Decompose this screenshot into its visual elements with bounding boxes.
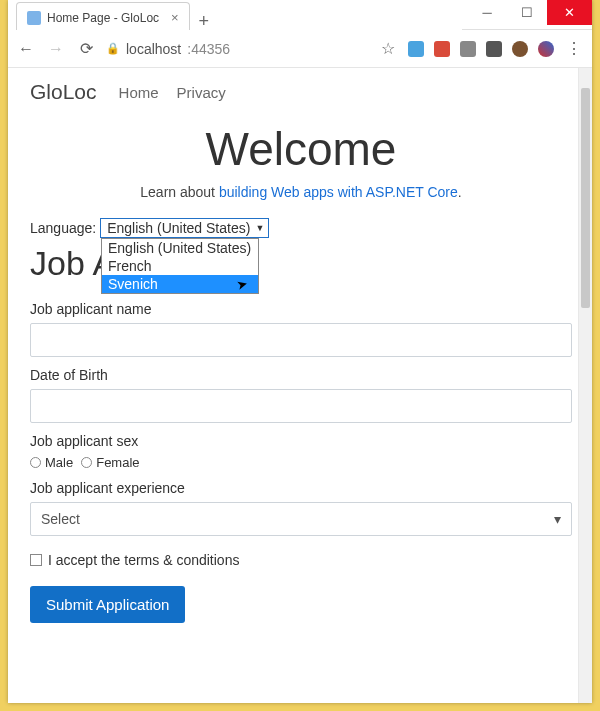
forward-button[interactable]: → bbox=[46, 40, 66, 58]
radio-male-label: Male bbox=[45, 455, 73, 470]
ext-icon-5[interactable] bbox=[512, 41, 528, 57]
star-icon[interactable]: ☆ bbox=[378, 39, 398, 58]
close-window-button[interactable]: ✕ bbox=[547, 0, 592, 25]
terms-row: I accept the terms & conditions bbox=[30, 552, 572, 568]
page-viewport: GloLoc Home Privacy Welcome Learn about … bbox=[8, 68, 592, 703]
language-label: Language: bbox=[30, 220, 96, 236]
page-content: GloLoc Home Privacy Welcome Learn about … bbox=[8, 68, 592, 643]
radio-male[interactable] bbox=[30, 457, 41, 468]
url-field[interactable]: 🔒 localhost:44356 bbox=[106, 41, 368, 57]
hero-title: Welcome bbox=[30, 122, 572, 176]
lock-icon: 🔒 bbox=[106, 42, 120, 55]
close-tab-icon[interactable]: × bbox=[171, 10, 179, 25]
maximize-button[interactable]: ☐ bbox=[507, 0, 547, 25]
favicon bbox=[27, 11, 41, 25]
language-select[interactable]: English (United States) bbox=[100, 218, 269, 238]
language-option-en[interactable]: English (United States) bbox=[102, 239, 258, 257]
language-option-es[interactable]: Svenich ➤ bbox=[102, 275, 258, 293]
experience-label: Job applicant experience bbox=[30, 480, 572, 496]
dob-label: Date of Birth bbox=[30, 367, 572, 383]
language-option-es-label: Svenich bbox=[108, 276, 158, 292]
reload-button[interactable]: ⟳ bbox=[76, 39, 96, 58]
sex-label: Job applicant sex bbox=[30, 433, 572, 449]
menu-icon[interactable]: ⋮ bbox=[564, 39, 584, 58]
ext-icon-2[interactable] bbox=[434, 41, 450, 57]
radio-female-label: Female bbox=[96, 455, 139, 470]
experience-select[interactable]: Select ▾ bbox=[30, 502, 572, 536]
radio-female[interactable] bbox=[81, 457, 92, 468]
url-host: localhost bbox=[126, 41, 181, 57]
new-tab-button[interactable]: + bbox=[190, 11, 218, 32]
brand[interactable]: GloLoc bbox=[30, 80, 97, 104]
language-row: Language: English (United States) Englis… bbox=[30, 218, 572, 238]
hero-sub-suffix: . bbox=[458, 184, 462, 200]
hero-link[interactable]: building Web apps with ASP.NET Core bbox=[219, 184, 458, 200]
language-dropdown: English (United States) French Svenich ➤ bbox=[101, 238, 259, 294]
minimize-button[interactable]: ─ bbox=[467, 0, 507, 25]
ext-icon-4[interactable] bbox=[486, 41, 502, 57]
browser-tab[interactable]: Home Page - GloLoc × bbox=[16, 2, 190, 32]
scrollbar-thumb[interactable] bbox=[581, 88, 590, 308]
dob-input[interactable] bbox=[30, 389, 572, 423]
browser-window: Home Page - GloLoc × + ─ ☐ ✕ ← → ⟳ 🔒 loc… bbox=[8, 0, 592, 703]
submit-button[interactable]: Submit Application bbox=[30, 586, 185, 623]
language-option-fr[interactable]: French bbox=[102, 257, 258, 275]
address-bar: ← → ⟳ 🔒 localhost:44356 ☆ ⋮ bbox=[8, 30, 592, 68]
nav-link-privacy[interactable]: Privacy bbox=[177, 84, 226, 101]
hero-sub-prefix: Learn about bbox=[140, 184, 219, 200]
site-navbar: GloLoc Home Privacy bbox=[30, 80, 572, 104]
cursor-icon: ➤ bbox=[235, 276, 250, 293]
back-button[interactable]: ← bbox=[16, 40, 36, 58]
url-port: :44356 bbox=[187, 41, 230, 57]
profile-avatar[interactable] bbox=[538, 41, 554, 57]
ext-icon-3[interactable] bbox=[460, 41, 476, 57]
scrollbar[interactable] bbox=[578, 68, 592, 703]
terms-checkbox[interactable] bbox=[30, 554, 42, 566]
ext-icon-1[interactable] bbox=[408, 41, 424, 57]
name-input[interactable] bbox=[30, 323, 572, 357]
tab-title: Home Page - GloLoc bbox=[47, 11, 159, 25]
tab-strip: Home Page - GloLoc × + bbox=[8, 0, 462, 32]
extension-icons: ⋮ bbox=[408, 39, 584, 58]
hero-subtitle: Learn about building Web apps with ASP.N… bbox=[30, 184, 572, 200]
language-selected: English (United States) bbox=[107, 220, 250, 236]
chevron-down-icon: ▾ bbox=[554, 511, 561, 527]
name-label: Job applicant name bbox=[30, 301, 572, 317]
terms-label: I accept the terms & conditions bbox=[48, 552, 239, 568]
sex-radio-group: Male Female bbox=[30, 455, 572, 470]
experience-selected: Select bbox=[41, 511, 80, 527]
nav-link-home[interactable]: Home bbox=[119, 84, 159, 101]
